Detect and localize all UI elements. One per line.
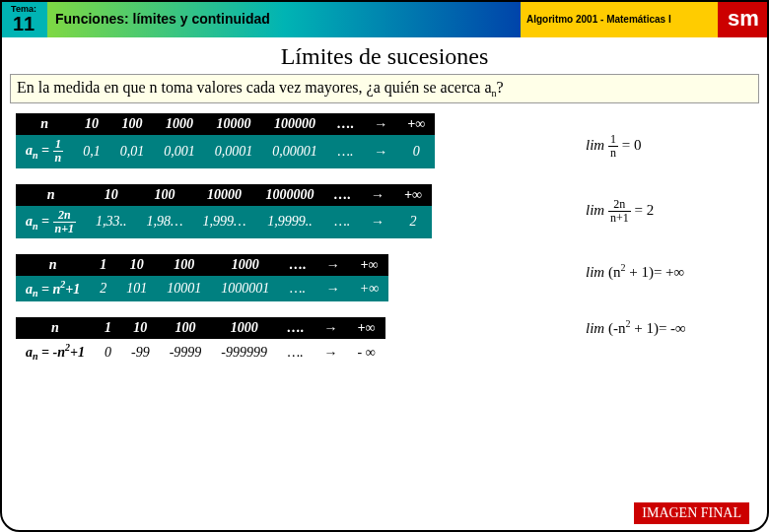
footer-badge: IMAGEN FINAL: [634, 502, 749, 524]
